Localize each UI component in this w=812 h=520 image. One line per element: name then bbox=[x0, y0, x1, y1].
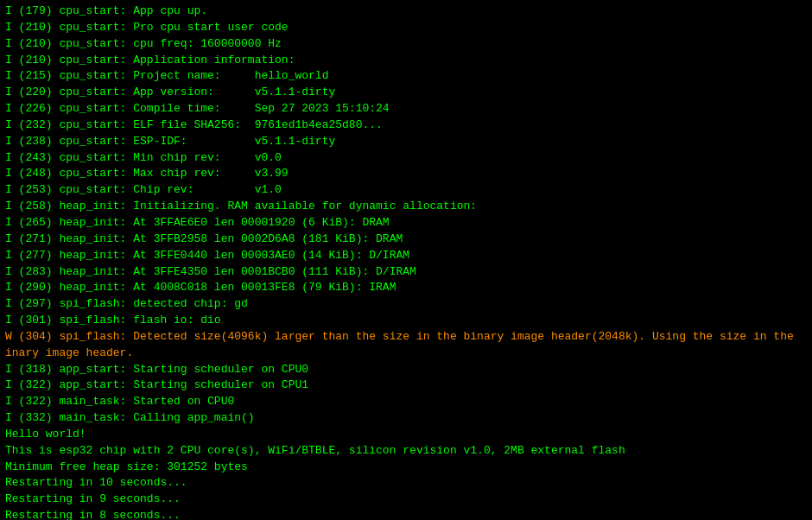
terminal-line: Minimum free heap size: 301252 bytes bbox=[5, 460, 807, 476]
terminal-line: I (210) cpu_start: Application informati… bbox=[5, 53, 807, 69]
terminal-line: I (258) heap_init: Initializing. RAM ava… bbox=[5, 199, 807, 215]
terminal-line: inary image header. bbox=[5, 346, 807, 362]
terminal-line: Restarting in 9 seconds... bbox=[5, 491, 807, 508]
terminal-line: I (179) cpu_start: App cpu up. bbox=[5, 3, 807, 20]
terminal-line: I (277) heap_init: At 3FFE0440 len 00003… bbox=[5, 248, 807, 264]
terminal-line: I (318) app_start: Starting scheduler on… bbox=[5, 362, 807, 378]
terminal-line: I (210) cpu_start: cpu freq: 160000000 H… bbox=[5, 36, 807, 53]
terminal-line: This is esp32 chip with 2 CPU core(s), W… bbox=[5, 443, 807, 460]
terminal-line: I (332) main_task: Calling app_main() bbox=[5, 410, 807, 427]
terminal-line: I (283) heap_init: At 3FFE4350 len 0001B… bbox=[5, 264, 807, 281]
terminal-line: I (248) cpu_start: Max chip rev: v3.99 bbox=[5, 166, 807, 182]
terminal-line: I (243) cpu_start: Min chip rev: v0.0 bbox=[5, 150, 807, 167]
terminal-line: I (322) app_start: Starting scheduler on… bbox=[5, 377, 807, 394]
terminal-line: I (210) cpu_start: Pro cpu start user co… bbox=[5, 20, 807, 36]
terminal-output: I (179) cpu_start: App cpu up.I (210) cp… bbox=[0, 0, 812, 520]
terminal-line: I (215) cpu_start: Project name: hello_w… bbox=[5, 68, 807, 85]
terminal-line: I (301) spi_flash: flash io: dio bbox=[5, 313, 807, 329]
terminal-line: Restarting in 8 seconds... bbox=[5, 508, 807, 520]
terminal-line: I (253) cpu_start: Chip rev: v1.0 bbox=[5, 182, 807, 199]
terminal-line: I (265) heap_init: At 3FFAE6E0 len 00001… bbox=[5, 215, 807, 231]
terminal-line: Restarting in 10 seconds... bbox=[5, 475, 807, 491]
terminal-line: I (297) spi_flash: detected chip: gd bbox=[5, 296, 807, 313]
terminal-line: I (220) cpu_start: App version: v5.1.1-d… bbox=[5, 85, 807, 101]
terminal-line: W (304) spi_flash: Detected size(4096k) … bbox=[5, 329, 807, 346]
terminal-line: I (322) main_task: Started on CPU0 bbox=[5, 394, 807, 410]
terminal-line: I (226) cpu_start: Compile time: Sep 27 … bbox=[5, 101, 807, 117]
terminal-line: I (238) cpu_start: ESP-IDF: v5.1.1-dirty bbox=[5, 134, 807, 150]
terminal-line: I (290) heap_init: At 4008C018 len 00013… bbox=[5, 280, 807, 296]
terminal-line: I (271) heap_init: At 3FFB2958 len 0002D… bbox=[5, 231, 807, 248]
terminal-line: Hello world! bbox=[5, 427, 807, 443]
terminal-line: I (232) cpu_start: ELF file SHA256: 9761… bbox=[5, 117, 807, 134]
